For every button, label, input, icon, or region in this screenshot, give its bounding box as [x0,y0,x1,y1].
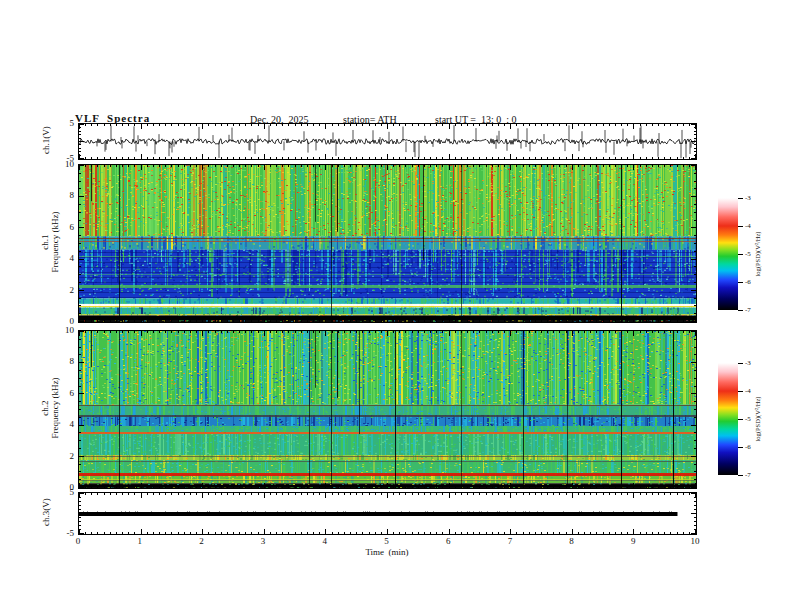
colorbar-tick [738,282,743,283]
y-tick-label: -5 [44,529,74,538]
ch1v-axis-label: ch.1(V) [41,126,51,154]
colorbar-tick-label: -7 [745,472,751,479]
vlf-spectra-figure: VLF Spectra Dec. 20, 2025 station= ATH s… [0,0,792,612]
y-tick-label: 2 [44,286,74,295]
ch2-colorbar [718,363,738,475]
y-tick-label: 10 [44,160,74,169]
ch3-waveform-panel [78,492,697,535]
y-tick-label: 4 [44,420,74,429]
ch3-waveform-canvas [79,493,696,534]
ch2f-axis-label: ch.2 Frequency (kHz) [40,377,60,438]
colorbar-tick-label: -6 [745,444,751,451]
colorbar-tick-label: -6 [745,279,751,286]
x-tick-label: 5 [384,537,389,546]
ch2-spectrogram-canvas [79,331,696,488]
colorbar-tick [738,447,743,448]
y-tick-label: 5 [44,488,74,497]
ch1-waveform-canvas [79,124,696,159]
colorbar-tick-label: -5 [745,416,751,423]
colorbar-tick [738,226,743,227]
ch2-spectrogram-panel [78,330,697,489]
colorbar-tick [738,363,743,364]
y-tick-label: 8 [44,357,74,366]
x-tick-label: 3 [261,537,266,546]
y-tick-label: 6 [44,223,74,232]
colorbar-tick [738,475,743,476]
x-tick-label: 10 [691,537,700,546]
ch1-spectrogram-canvas [79,165,696,322]
y-tick-label: 6 [44,389,74,398]
x-tick-label: 1 [137,537,142,546]
ch1-spectrogram-panel [78,164,697,323]
ch2f-axis-label-line1: ch.2 [40,377,50,438]
colorbar-tick-label: -7 [745,307,751,314]
ch2-colorbar-unit-label: log(PSD)(V²/Hz) [754,397,761,442]
x-tick-label: 8 [569,537,574,546]
y-tick-label: 5 [44,119,74,128]
colorbar-tick [738,310,743,311]
ch1-waveform-panel [78,123,697,160]
colorbar-tick [738,254,743,255]
colorbar-tick-label: -3 [745,195,751,202]
x-tick-label: 0 [76,537,81,546]
colorbar-tick-label: -4 [745,388,751,395]
ch3v-axis-label: ch.3(V) [41,498,51,526]
colorbar-tick-label: -4 [745,223,751,230]
y-tick-label: 10 [44,326,74,335]
ch1-colorbar [718,198,738,310]
x-tick-label: 4 [323,537,328,546]
colorbar-tick [738,419,743,420]
colorbar-tick-label: -5 [745,251,751,258]
ch1-colorbar-unit-label: log(PSD)(V²/Hz) [754,232,761,277]
ch1f-axis-label-line2: Frequency (kHz) [50,211,60,272]
x-tick-label: 9 [631,537,636,546]
ch1f-axis-label-line1: ch.1 [40,211,50,272]
x-tick-label: 2 [199,537,204,546]
x-tick-label: 7 [508,537,513,546]
y-tick-label: 8 [44,191,74,200]
colorbar-tick-label: -3 [745,360,751,367]
y-tick-label: 4 [44,254,74,263]
colorbar-tick [738,198,743,199]
colorbar-tick [738,391,743,392]
y-tick-label: 2 [44,452,74,461]
ch2f-axis-label-line2: Frequency (kHz) [50,377,60,438]
time-axis-label: Time (min) [365,547,408,557]
x-tick-label: 6 [446,537,451,546]
ch1f-axis-label: ch.1 Frequency (kHz) [40,211,60,272]
